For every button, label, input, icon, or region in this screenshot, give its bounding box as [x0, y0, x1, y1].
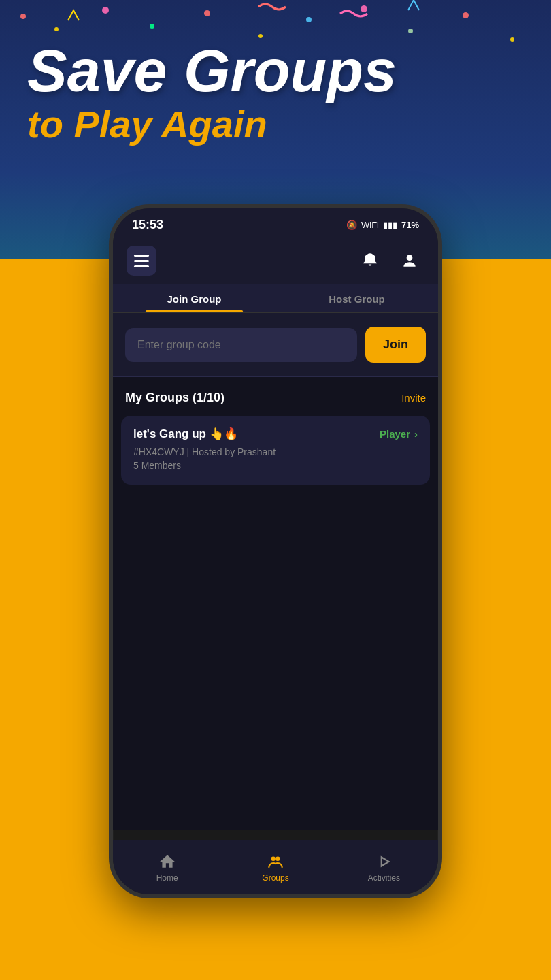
svg-marker-3 — [382, 857, 389, 866]
group-name: let's Gang up 👆🔥 — [133, 427, 238, 441]
status-icons: 🔕 WiFi ▮▮▮ 71% — [346, 220, 419, 230]
activities-icon — [375, 853, 393, 870]
signal-icon: ▮▮▮ — [383, 220, 397, 230]
hero-subtitle: to Play Again — [27, 103, 524, 146]
status-time: 15:53 — [132, 218, 163, 232]
bell-icon — [361, 252, 379, 270]
hamburger-line-1 — [134, 255, 149, 257]
group-role-badge[interactable]: Player › — [380, 428, 418, 440]
nav-label-activities: Activities — [368, 873, 400, 883]
hero-title: Save Groups — [27, 41, 524, 101]
tab-join-label: Join Group — [167, 293, 222, 305]
invite-link[interactable]: Invite — [401, 392, 426, 404]
groups-header: My Groups (1/10) Invite — [113, 377, 438, 413]
group-card[interactable]: let's Gang up 👆🔥 Player › #HX4CWYJ | Hos… — [121, 416, 430, 485]
bottom-nav: Home Groups Activities — [113, 840, 438, 894]
profile-icon — [401, 252, 418, 270]
profile-button[interactable] — [395, 246, 424, 276]
nav-item-home[interactable]: Home — [113, 840, 221, 894]
hero-text-block: Save Groups to Play Again — [27, 41, 524, 146]
groups-icon — [267, 853, 284, 870]
tab-bar: Join Group Host Group — [113, 284, 438, 313]
svg-point-1 — [271, 856, 276, 861]
nav-item-activities[interactable]: Activities — [330, 840, 438, 894]
nav-label-groups: Groups — [262, 873, 288, 883]
app-header — [113, 238, 438, 284]
group-code-input[interactable] — [125, 328, 357, 362]
app-content: Join My Groups (1/10) Invite let's Gang … — [113, 313, 438, 830]
svg-point-2 — [276, 856, 280, 861]
battery-indicator: 71% — [401, 220, 419, 230]
menu-button[interactable] — [127, 246, 156, 276]
join-button[interactable]: Join — [365, 327, 426, 363]
notification-button[interactable] — [355, 246, 385, 276]
hamburger-line-3 — [134, 265, 149, 267]
group-members-info: 5 Members — [133, 460, 418, 471]
phone-wrapper: 15:53 🔕 WiFi ▮▮▮ 71% — [109, 204, 442, 898]
header-right-icons — [355, 246, 424, 276]
nav-label-home: Home — [156, 873, 178, 883]
tab-underline — [146, 310, 243, 312]
join-section: Join — [113, 313, 438, 377]
nav-item-groups[interactable]: Groups — [221, 840, 329, 894]
wifi-icon: WiFi — [361, 220, 379, 230]
phone-screen: 15:53 🔕 WiFi ▮▮▮ 71% — [109, 204, 442, 898]
group-code-info: #HX4CWYJ | Hosted by Prashant — [133, 446, 418, 457]
status-bar: 15:53 🔕 WiFi ▮▮▮ 71% — [113, 208, 438, 238]
tab-host-label: Host Group — [329, 293, 385, 305]
mute-icon: 🔕 — [346, 220, 357, 230]
home-icon — [158, 853, 176, 870]
groups-title: My Groups (1/10) — [125, 391, 224, 405]
tab-host-group[interactable]: Host Group — [276, 284, 438, 312]
chevron-right-icon: › — [414, 428, 418, 440]
svg-point-0 — [407, 255, 413, 261]
group-card-header: let's Gang up 👆🔥 Player › — [133, 427, 418, 441]
tab-join-group[interactable]: Join Group — [113, 284, 276, 312]
role-label: Player — [380, 428, 410, 440]
hamburger-line-2 — [134, 260, 149, 262]
